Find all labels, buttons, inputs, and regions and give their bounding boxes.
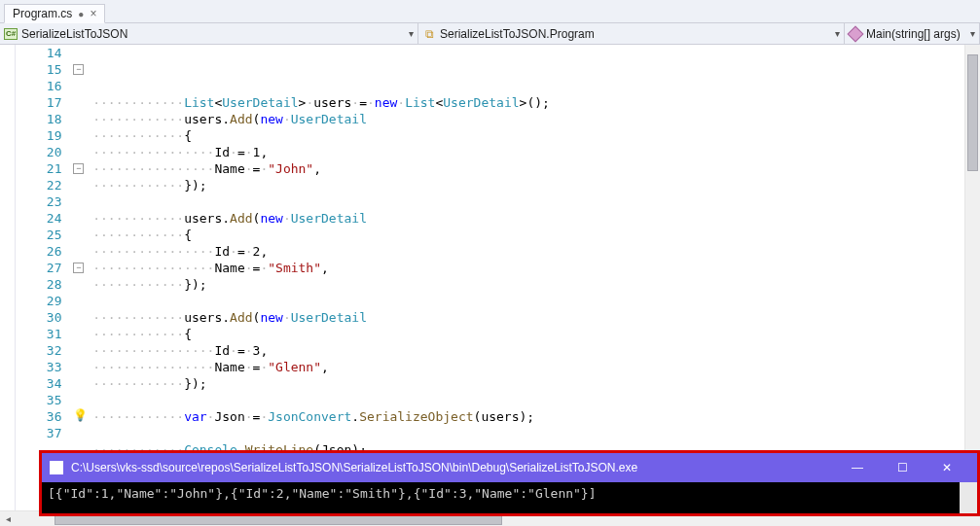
- code-line[interactable]: ············users.Add(new·UserDetail: [92, 309, 979, 326]
- code-line[interactable]: ············});: [92, 375, 979, 392]
- console-title-text: C:\Users\vks-ssd\source\repos\SerializeL…: [71, 461, 637, 474]
- line-number: 30: [16, 309, 61, 326]
- maximize-button[interactable]: ☐: [880, 453, 925, 482]
- code-line[interactable]: ············users.Add(new·UserDetail: [92, 111, 979, 127]
- line-number: 31: [16, 326, 61, 342]
- fold-toggle-icon[interactable]: −: [73, 64, 84, 75]
- code-line[interactable]: ················Name·=·"Glenn",: [92, 359, 979, 375]
- line-number: 26: [16, 243, 61, 260]
- console-vertical-scrollbar[interactable]: [960, 482, 977, 513]
- close-button[interactable]: ✕: [925, 453, 969, 482]
- line-number: 25: [16, 227, 61, 243]
- code-line[interactable]: ············var·Json·=·JsonConvert.Seria…: [92, 408, 979, 425]
- line-number: 28: [16, 276, 61, 293]
- line-number: 17: [16, 94, 61, 111]
- document-tab-bar: Program.cs ● ×: [0, 0, 980, 23]
- line-number: 20: [16, 144, 61, 160]
- line-number: 32: [16, 342, 61, 359]
- line-number: 19: [16, 127, 61, 144]
- code-line[interactable]: [92, 392, 979, 408]
- chevron-down-icon: ▾: [970, 28, 975, 39]
- line-number: 18: [16, 111, 61, 127]
- code-line[interactable]: ············});: [92, 177, 979, 193]
- code-line[interactable]: ············{: [92, 326, 979, 342]
- pin-icon[interactable]: ●: [78, 9, 84, 19]
- code-line[interactable]: ············users.Add(new·UserDetail: [92, 210, 979, 227]
- console-window: C:\Users\vks-ssd\source\repos\SerializeL…: [39, 450, 980, 516]
- line-number: 22: [16, 177, 61, 193]
- chevron-down-icon: ▾: [409, 28, 414, 39]
- line-number: 21: [16, 160, 61, 177]
- line-number: 34: [16, 375, 61, 392]
- context-method-label: Main(string[] args): [866, 27, 961, 41]
- console-output: [{"Id":1,"Name":"John"},{"Id":2,"Name":"…: [42, 482, 977, 513]
- line-number: 29: [16, 293, 61, 309]
- fold-toggle-icon[interactable]: −: [73, 163, 84, 174]
- code-line[interactable]: ················Id·=·1,: [92, 144, 979, 160]
- code-lines[interactable]: ············List<UserDetail>·users·=·new…: [92, 45, 979, 491]
- context-project-dropdown[interactable]: C# SerializeListToJSON ▾: [0, 23, 418, 44]
- minimize-button[interactable]: —: [835, 453, 880, 482]
- line-number: 37: [16, 425, 61, 441]
- context-project-label: SerializeListToJSON: [21, 27, 127, 41]
- file-tab-program-cs[interactable]: Program.cs ● ×: [4, 4, 105, 23]
- code-line[interactable]: ················Name·=·"John",: [92, 160, 979, 177]
- fold-toggle-icon[interactable]: −: [73, 263, 84, 273]
- code-line[interactable]: [92, 425, 979, 441]
- lightbulb-icon[interactable]: 💡: [73, 408, 88, 422]
- window-buttons: — ☐ ✕: [835, 453, 969, 482]
- code-line[interactable]: ············{: [92, 227, 979, 243]
- context-class-dropdown[interactable]: ⧉ SerializeListToJSON.Program ▾: [418, 23, 845, 44]
- code-line[interactable]: ················Id·=·2,: [92, 243, 979, 260]
- code-editor[interactable]: 1415161718192021222324252627282930313233…: [0, 45, 980, 510]
- vertical-scrollbar[interactable]: [964, 45, 980, 510]
- code-line[interactable]: [92, 193, 979, 210]
- close-icon[interactable]: ×: [90, 7, 96, 20]
- line-number: 36: [16, 408, 61, 425]
- fold-marker-column: −−−💡: [71, 45, 92, 510]
- line-number: 27: [16, 260, 61, 276]
- chevron-down-icon: ▾: [835, 28, 840, 39]
- line-number: 16: [16, 78, 61, 94]
- line-number: 24: [16, 210, 61, 227]
- line-number: 33: [16, 359, 61, 375]
- line-number: 23: [16, 193, 61, 210]
- code-line[interactable]: ············List<UserDetail>·users·=·new…: [92, 94, 979, 111]
- context-method-dropdown[interactable]: Main(string[] args) ▾: [845, 23, 980, 44]
- csharp-project-icon: C#: [4, 27, 18, 41]
- vertical-scrollbar-thumb[interactable]: [967, 54, 978, 171]
- line-number: 15: [16, 61, 61, 78]
- method-icon: [849, 27, 862, 41]
- file-tab-label: Program.cs: [13, 7, 72, 20]
- scroll-left-arrow-icon[interactable]: ◂: [0, 513, 16, 524]
- code-line[interactable]: ················Id·=·3,: [92, 342, 979, 359]
- console-app-icon: [50, 461, 63, 474]
- code-line[interactable]: ················Name·=·"Smith",: [92, 260, 979, 276]
- context-class-label: SerializeListToJSON.Program: [440, 27, 595, 41]
- line-number: 14: [16, 45, 61, 61]
- code-line[interactable]: ············});: [92, 276, 979, 293]
- line-number-gutter: 1415161718192021222324252627282930313233…: [16, 45, 71, 510]
- editor-viewport: ············List<UserDetail>·users·=·new…: [92, 45, 980, 510]
- line-number: 35: [16, 392, 61, 408]
- glyph-margin: [0, 45, 16, 510]
- context-bar: C# SerializeListToJSON ▾ ⧉ SerializeList…: [0, 23, 980, 45]
- code-line[interactable]: [92, 293, 979, 309]
- code-line[interactable]: ············{: [92, 127, 979, 144]
- console-output-text: [{"Id":1,"Name":"John"},{"Id":2,"Name":"…: [48, 486, 597, 501]
- console-title-bar[interactable]: C:\Users\vks-ssd\source\repos\SerializeL…: [42, 453, 977, 482]
- class-icon: ⧉: [422, 27, 436, 41]
